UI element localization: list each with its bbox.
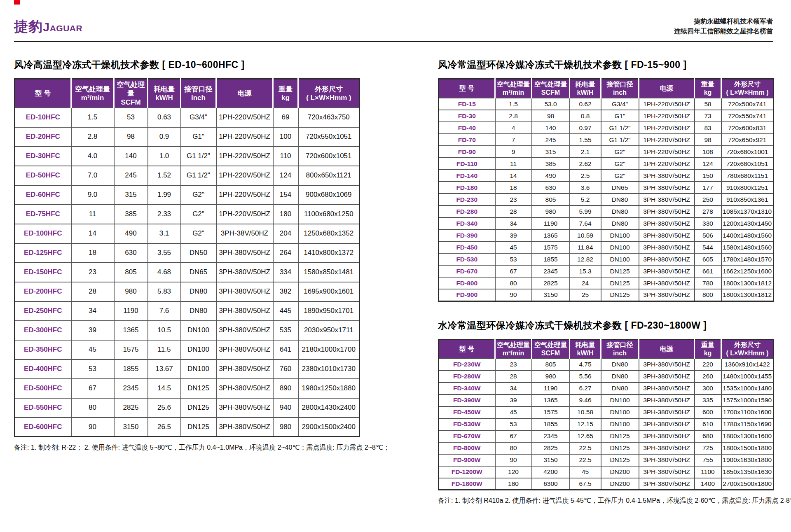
data-cell: 5.2 xyxy=(570,194,601,205)
data-cell: 3PH-380V/50HZ xyxy=(639,478,695,490)
table-row: FD-900W90315022.5DN1253PH-380V/50HZ75519… xyxy=(439,454,774,466)
data-cell: 180 xyxy=(495,478,532,490)
data-cell: 300 xyxy=(695,383,721,394)
data-cell: DN100 xyxy=(601,394,639,406)
table-row: FD-9093152.1G2"1PH-220V/50HZ108720x680x1… xyxy=(439,146,774,158)
data-cell: DN125 xyxy=(181,379,216,398)
data-cell: 3PH-380V/50HZ xyxy=(639,253,695,265)
data-cell: 1480x1000x1455 xyxy=(721,371,774,383)
data-cell: 1800x1300x1600 xyxy=(721,430,774,442)
data-cell: 3PH-380V/50HZ xyxy=(639,418,695,430)
column-header: 外形尺寸( L×W×Hmm ) xyxy=(721,339,774,359)
model-cell: ED-100HFC xyxy=(15,224,71,243)
column-header: 空气处理量SCFM xyxy=(114,79,148,108)
data-cell: 45 xyxy=(570,466,601,478)
data-cell: 725 xyxy=(695,442,721,454)
data-cell: 315 xyxy=(532,146,570,158)
data-cell: DN100 xyxy=(181,340,216,359)
brand-logo-cn: 捷豹 xyxy=(14,19,43,34)
model-cell: FD-530 xyxy=(439,253,495,265)
table-row: FD-390W3913659.46DN1003PH-380V/50HZ33515… xyxy=(439,394,774,406)
data-cell: G1 1/2" xyxy=(601,134,639,146)
data-cell: 1190 xyxy=(532,383,570,394)
table-row: FD-800W80282522.5DN1253PH-380V/50HZ72518… xyxy=(439,442,774,454)
model-cell: FD-15 xyxy=(439,98,495,110)
data-cell: 1580x1480x1560 xyxy=(721,241,774,253)
model-cell: FD-800 xyxy=(439,277,495,289)
data-cell: 10.58 xyxy=(570,406,601,418)
data-cell: 45 xyxy=(495,241,532,253)
table-row: FD-39039136510.59DN1003PH-380V/50HZ50614… xyxy=(439,229,774,241)
model-cell: ED-600HFC xyxy=(15,418,71,437)
data-cell: 7.0 xyxy=(71,166,114,185)
data-cell: 3PH-380V/50HZ xyxy=(639,205,695,217)
data-cell: 3PH-380V/50HZ xyxy=(639,265,695,277)
column-header: 耗电量kW/H xyxy=(570,79,601,98)
data-cell: DN100 xyxy=(601,241,639,253)
data-cell: 3PH-380V/50HZ xyxy=(216,321,273,340)
data-cell: 1100 xyxy=(695,466,721,478)
data-cell: 10.59 xyxy=(570,229,601,241)
data-cell: 3PH-380V/50HZ xyxy=(216,398,273,418)
data-cell: 3PH-380V/50HZ xyxy=(639,241,695,253)
data-cell: 3PH-38V/50HZ xyxy=(216,224,273,243)
model-cell: FD-450W xyxy=(439,406,495,418)
data-cell: 0.62 xyxy=(570,98,601,110)
data-cell: 1PH-220V/50HZ xyxy=(639,110,695,122)
data-cell: 3PH-380V/50HZ xyxy=(639,466,695,478)
data-cell: 14 xyxy=(495,170,532,182)
data-cell: G1 1/2" xyxy=(601,122,639,134)
model-cell: ED-200HFC xyxy=(15,282,71,301)
data-cell: 245 xyxy=(532,134,570,146)
data-cell: 780 xyxy=(695,277,721,289)
data-cell: 3PH-380V/50HZ xyxy=(216,263,273,282)
data-cell: DN200 xyxy=(601,466,639,478)
data-cell: 3PH-380V/50HZ xyxy=(639,442,695,454)
data-cell: 4.68 xyxy=(148,263,181,282)
data-cell: DN200 xyxy=(601,478,639,490)
model-cell: ED-500HFC xyxy=(15,379,71,398)
data-cell: 3PH-380V/50HZ xyxy=(639,454,695,466)
table-row: FD-1200W120420045DN2003PH-380V/50HZ11001… xyxy=(439,466,774,478)
data-cell: 3PH-380V/50HZ xyxy=(639,359,695,371)
data-cell: 1400 xyxy=(695,478,721,490)
model-cell: ED-50HFC xyxy=(15,166,71,185)
data-cell: 1400x1480x1560 xyxy=(721,229,774,241)
data-cell: 535 xyxy=(273,321,298,340)
column-header: 耗电量kW/H xyxy=(148,79,181,108)
data-cell: 630 xyxy=(114,243,148,263)
data-cell: 14 xyxy=(71,224,114,243)
model-cell: ED-10HFC xyxy=(15,108,71,127)
table-row: FD-450W45157510.58DN1003PH-380V/50HZ6001… xyxy=(439,406,774,418)
data-cell: 2345 xyxy=(532,265,570,277)
model-cell: ED-125HFC xyxy=(15,243,71,263)
data-cell: 11.84 xyxy=(570,241,601,253)
data-cell: 180 xyxy=(273,205,298,224)
data-cell: 490 xyxy=(532,170,570,182)
data-cell: 3PH-380V/50HZ xyxy=(216,340,273,359)
model-cell: ED-75HFC xyxy=(15,205,71,224)
data-cell: 1700x1100x1600 xyxy=(721,406,774,418)
data-cell: 12.15 xyxy=(570,418,601,430)
model-cell: FD-140 xyxy=(439,170,495,182)
data-cell: 2345 xyxy=(114,379,148,398)
data-cell: 264 xyxy=(273,243,298,263)
data-cell: 1580x850x1481 xyxy=(298,263,360,282)
table-row: FD-530W53185512.15DN1003PH-380V/50HZ6101… xyxy=(439,418,774,430)
data-cell: 90 xyxy=(495,454,532,466)
data-cell: DN125 xyxy=(601,277,639,289)
data-cell: 382 xyxy=(273,282,298,301)
data-cell: 39 xyxy=(495,394,532,406)
data-cell: 3150 xyxy=(532,289,570,301)
model-cell: FD-1200W xyxy=(439,466,495,478)
data-cell: DN80 xyxy=(181,282,216,301)
data-cell: 98 xyxy=(532,110,570,122)
data-cell: 544 xyxy=(695,241,721,253)
data-cell: 2.62 xyxy=(570,158,601,170)
table-row: FD-90090315025DN1253PH-380V/50HZ8001800x… xyxy=(439,289,774,301)
data-cell: 53 xyxy=(114,108,148,127)
data-cell: 2825 xyxy=(532,277,570,289)
data-cell: 720x600x831 xyxy=(721,122,774,134)
data-cell: 1575 xyxy=(114,340,148,359)
data-cell: 67 xyxy=(495,265,532,277)
